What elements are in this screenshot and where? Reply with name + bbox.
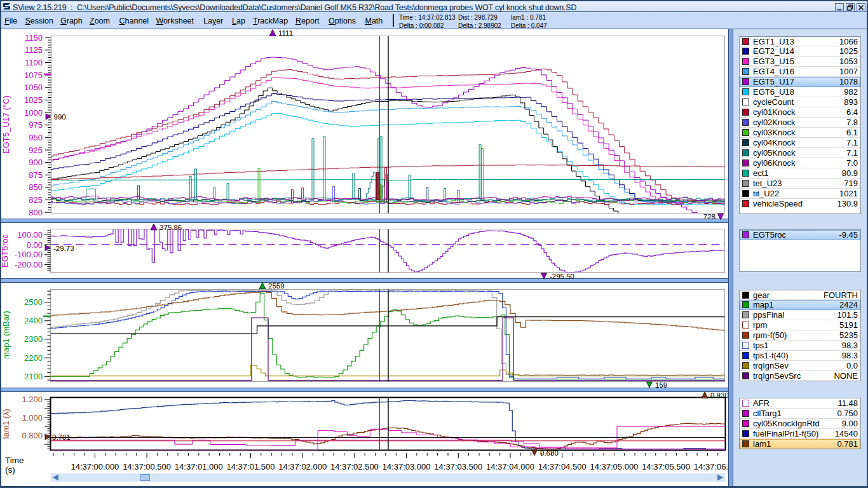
svg-text:1000: 1000 (24, 108, 43, 118)
svg-text:1150: 1150 (25, 33, 43, 43)
svg-text:14:37:00.000: 14:37:00.000 (71, 462, 119, 471)
svg-text:925: 925 (29, 146, 43, 155)
svg-text:975: 975 (29, 120, 43, 130)
svg-text:800: 800 (29, 208, 43, 217)
svg-text:1075: 1075 (24, 71, 43, 80)
svg-text:14:37:00.500: 14:37:00.500 (123, 462, 171, 471)
svg-text:-295.50: -295.50 (550, 273, 574, 280)
svg-text:EGT5_U17 (°C): EGT5_U17 (°C) (1, 95, 11, 154)
svg-text:1100: 1100 (25, 58, 43, 67)
svg-text:159: 159 (655, 381, 667, 389)
svg-text:1025: 1025 (24, 95, 43, 105)
svg-text:14:37:02.500: 14:37:02.500 (330, 462, 379, 471)
svg-text:14:37:03.500: 14:37:03.500 (434, 462, 482, 471)
svg-text:map1 (mBar): map1 (mBar) (1, 311, 11, 359)
svg-text:14:37:01.500: 14:37:01.500 (227, 462, 275, 471)
svg-text:14:37:04.500: 14:37:04.500 (538, 462, 587, 471)
svg-text:2500: 2500 (24, 297, 43, 307)
svg-text:0.00: 0.00 (27, 240, 43, 250)
svg-text:1.200: 1.200 (22, 395, 43, 404)
svg-text:-29.73: -29.73 (53, 245, 74, 252)
svg-text:0.930: 0.930 (710, 391, 729, 399)
svg-text:375.86: 375.86 (159, 224, 182, 231)
svg-text:1050: 1050 (24, 83, 43, 92)
svg-text:-100.00: -100.00 (15, 250, 43, 259)
svg-text:1125: 1125 (25, 45, 43, 55)
svg-text:850: 850 (29, 182, 43, 192)
svg-text:825: 825 (29, 195, 43, 205)
svg-text:14:37:04.000: 14:37:04.000 (486, 462, 534, 471)
svg-text:lam1 (λ): lam1 (λ) (1, 409, 11, 439)
svg-text:2100: 2100 (24, 372, 43, 381)
svg-text:990: 990 (54, 113, 66, 121)
svg-text:2559: 2559 (268, 282, 285, 290)
svg-text:14:37:02.000: 14:37:02.000 (278, 462, 327, 471)
svg-text:875: 875 (29, 170, 43, 180)
svg-text:14:37:03.000: 14:37:03.000 (383, 462, 431, 471)
svg-text:0.680: 0.680 (540, 449, 559, 457)
svg-text:950: 950 (29, 133, 43, 142)
svg-text:14:37:05.500: 14:37:05.500 (642, 462, 690, 471)
svg-text:-200.00: -200.00 (15, 260, 43, 269)
svg-text:2400: 2400 (24, 316, 43, 325)
svg-text:100.00: 100.00 (17, 230, 43, 240)
svg-text:14:37:05.000: 14:37:05.000 (590, 462, 638, 471)
svg-text:2200: 2200 (24, 353, 43, 363)
svg-text:900: 900 (29, 158, 43, 167)
svg-text:2300: 2300 (24, 334, 43, 344)
svg-text:EGT5roc: EGT5roc (0, 234, 10, 268)
svg-text:728: 728 (703, 213, 715, 220)
svg-text:1.000: 1.000 (22, 413, 43, 423)
svg-text:14:37:01.000: 14:37:01.000 (175, 462, 223, 471)
svg-text:0.800: 0.800 (22, 431, 43, 440)
svg-text:0.701: 0.701 (52, 433, 71, 441)
svg-text:1111: 1111 (278, 29, 293, 37)
